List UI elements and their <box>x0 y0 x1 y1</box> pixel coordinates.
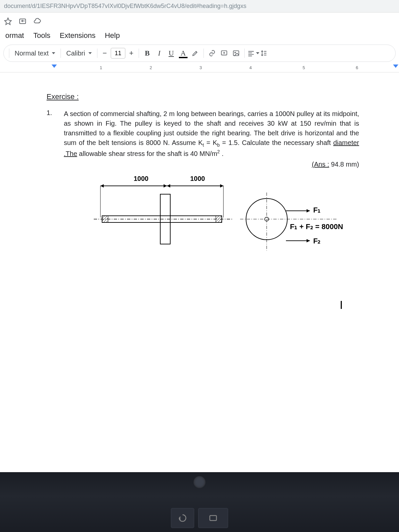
insert-link-button[interactable] <box>206 48 218 59</box>
svg-marker-7 <box>100 184 104 188</box>
svg-point-3 <box>235 52 236 53</box>
font-select[interactable]: Calibri <box>64 48 94 59</box>
ruler-num: 3 <box>200 65 202 70</box>
svg-text:F₂: F₂ <box>313 237 321 245</box>
ruler[interactable]: 1 2 3 4 5 6 <box>0 64 399 72</box>
ruler-num: 2 <box>150 65 152 70</box>
align-button[interactable] <box>247 50 259 57</box>
bold-button[interactable]: B <box>142 48 153 59</box>
chevron-down-icon <box>88 52 92 54</box>
svg-marker-10 <box>167 184 170 188</box>
svg-marker-11 <box>220 184 223 188</box>
svg-text:F₁ + F₂ = 8000N: F₁ + F₂ = 8000N <box>290 222 343 231</box>
indent-marker-right[interactable] <box>393 65 398 68</box>
add-comment-button[interactable] <box>218 48 230 59</box>
ruler-num: 4 <box>249 65 252 70</box>
font-size-increase[interactable]: + <box>127 49 136 58</box>
url-bar: document/d/1IESFR3NHpvVDpT8547vIXvl0DjvE… <box>0 0 399 13</box>
paragraph-style-label: Normal text <box>15 50 49 57</box>
italic-button[interactable]: I <box>154 48 165 59</box>
laptop-base <box>0 472 399 532</box>
svg-rect-18 <box>216 216 222 222</box>
chevron-down-icon <box>52 52 55 54</box>
problem-text: A section of commercial shafting, 2 m lo… <box>64 109 359 159</box>
trackpoint <box>194 476 205 488</box>
menubar: ormat Tools Extensions Help <box>0 29 399 45</box>
star-icon[interactable] <box>4 17 12 27</box>
highlight-button[interactable] <box>190 48 201 59</box>
exercise-heading: Exercise : <box>47 92 359 101</box>
document-page[interactable]: Exercise : 1. A section of commercial sh… <box>0 72 399 282</box>
answer-text: (Ans : 94.8 mm) <box>64 161 359 168</box>
svg-marker-27 <box>307 239 310 242</box>
cloud-icon[interactable] <box>33 17 41 27</box>
paragraph-style-select[interactable]: Normal text <box>12 48 58 59</box>
svg-text:1000: 1000 <box>190 175 205 182</box>
chevron-down-icon <box>256 52 259 54</box>
svg-rect-17 <box>102 216 108 222</box>
keyboard-key <box>198 508 228 528</box>
toolbar: Normal text Calibri − + B I U A <box>3 45 396 62</box>
ruler-num: 1 <box>100 65 102 70</box>
ruler-num: 5 <box>303 65 305 70</box>
menu-help[interactable]: Help <box>101 30 124 41</box>
insert-image-button[interactable] <box>230 48 242 59</box>
svg-rect-30 <box>210 516 216 521</box>
ruler-num: 6 <box>356 65 358 70</box>
svg-text:F₁: F₁ <box>313 206 321 214</box>
text-color-button[interactable]: A <box>178 48 189 59</box>
svg-rect-2 <box>233 51 239 56</box>
keyboard-key <box>171 508 194 528</box>
font-size-decrease[interactable]: − <box>100 49 109 58</box>
font-size-input[interactable] <box>111 48 125 59</box>
line-spacing-button[interactable] <box>260 50 267 57</box>
underline-button[interactable]: U <box>166 48 177 59</box>
text-cursor: | <box>340 299 342 310</box>
svg-marker-8 <box>164 184 167 188</box>
svg-text:1000: 1000 <box>134 175 149 182</box>
indent-marker-left[interactable] <box>52 65 57 68</box>
menu-tools[interactable]: Tools <box>29 30 54 41</box>
font-label: Calibri <box>66 50 85 57</box>
title-icon-row <box>0 13 399 29</box>
shaft-diagram: 1000 1000 <box>90 174 359 269</box>
move-icon[interactable] <box>19 17 27 27</box>
menu-extensions[interactable]: Extensions <box>56 30 100 41</box>
problem-number: 1. <box>47 109 54 269</box>
menu-format[interactable]: ormat <box>1 30 28 41</box>
svg-marker-24 <box>307 209 310 212</box>
